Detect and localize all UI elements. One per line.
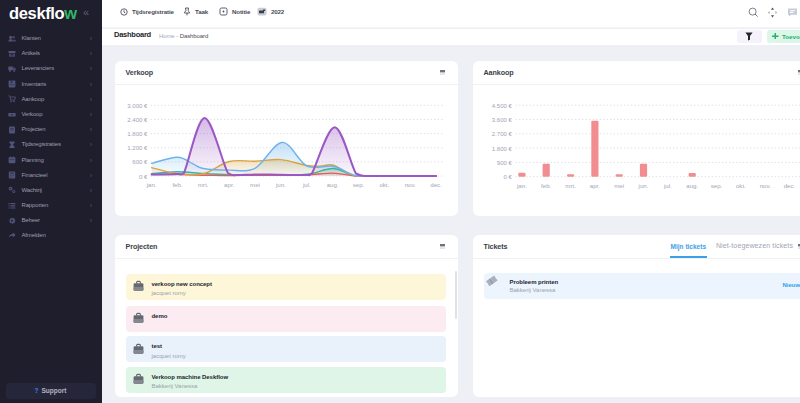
svg-text:3.600 €: 3.600 € [492,115,513,122]
svg-text:mrt.: mrt. [198,180,209,187]
svg-text:1.800 €: 1.800 € [492,144,513,151]
svg-text:sep.: sep. [711,181,723,188]
svg-text:aug.: aug. [686,181,698,188]
svg-text:nov.: nov. [760,181,771,188]
svg-text:aug.: aug. [327,180,339,187]
svg-text:2.400 €: 2.400 € [127,115,148,122]
svg-text:600 €: 600 € [132,158,148,165]
svg-text:apr.: apr. [590,181,600,188]
svg-text:mei: mei [614,181,624,188]
svg-text:dec.: dec. [784,181,796,188]
svg-text:1.200 €: 1.200 € [127,144,148,151]
svg-text:feb.: feb. [172,180,182,187]
svg-text:okt.: okt. [379,180,389,187]
svg-text:jan.: jan. [146,180,157,187]
svg-text:jul.: jul. [663,181,672,188]
svg-text:jul.: jul. [302,180,311,187]
svg-text:4.500 €: 4.500 € [492,101,513,108]
svg-text:900 €: 900 € [497,158,513,165]
svg-text:jun.: jun. [275,180,286,187]
svg-text:jun.: jun. [638,181,649,188]
svg-text:0 €: 0 € [139,172,148,179]
svg-text:3.000 €: 3.000 € [127,101,148,108]
svg-text:2.700 €: 2.700 € [492,130,513,137]
svg-text:apr.: apr. [224,180,234,187]
svg-text:dec.: dec. [430,180,442,187]
svg-text:nov.: nov. [405,180,416,187]
svg-text:feb.: feb. [541,181,551,188]
svg-text:sep.: sep. [353,180,365,187]
svg-text:jan.: jan. [516,181,527,188]
svg-text:1.800 €: 1.800 € [127,130,148,137]
svg-text:0 €: 0 € [504,173,513,180]
svg-text:okt.: okt. [736,181,746,188]
svg-text:mrt.: mrt. [565,181,576,188]
svg-text:mei: mei [250,180,260,187]
